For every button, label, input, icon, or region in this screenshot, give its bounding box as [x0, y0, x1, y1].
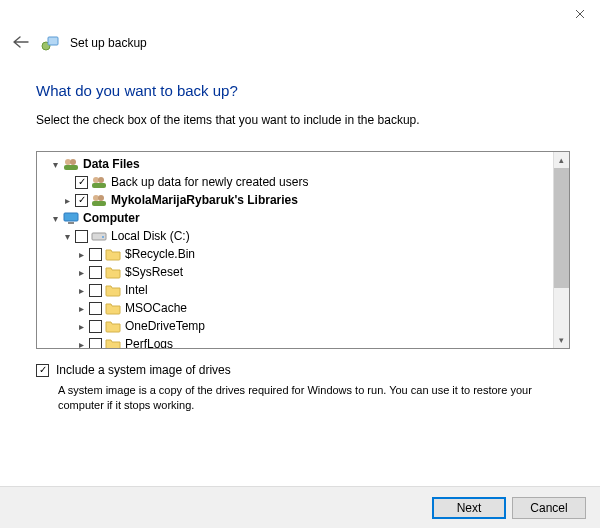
tree-scrollbar[interactable]: ▴ ▾ [553, 152, 569, 348]
computer-icon [63, 211, 79, 225]
checkbox-system-image[interactable] [36, 364, 49, 377]
scroll-thumb[interactable] [554, 168, 569, 288]
node-label: PerfLogs [123, 337, 173, 348]
node-label: MSOCache [123, 301, 187, 315]
checkbox-new-users[interactable] [75, 176, 88, 189]
node-label: MykolaMarijaRybaruk's Libraries [109, 193, 298, 207]
users-icon [91, 175, 107, 189]
node-label: Local Disk (C:) [109, 229, 190, 243]
users-icon [63, 157, 79, 171]
backup-tree: ▾ Data Files Back up data for newly crea… [36, 151, 570, 349]
tree-node-folder[interactable]: ▸Intel [39, 281, 551, 299]
tree-node-folder[interactable]: ▸$Recycle.Bin [39, 245, 551, 263]
node-label: Back up data for newly created users [109, 175, 308, 189]
checkbox-user-libraries[interactable] [75, 194, 88, 207]
tree-node-data-files[interactable]: ▾ Data Files [39, 155, 551, 173]
folder-icon [105, 301, 121, 315]
tree-node-folder[interactable]: ▸OneDriveTemp [39, 317, 551, 335]
folder-icon [105, 265, 121, 279]
cancel-button[interactable]: Cancel [512, 497, 586, 519]
checkbox-folder[interactable] [89, 338, 102, 349]
expand-toggle-icon[interactable]: ▸ [75, 267, 87, 278]
checkbox-folder[interactable] [89, 266, 102, 279]
backup-app-icon [40, 35, 60, 51]
node-label: Data Files [81, 157, 140, 171]
svg-point-3 [70, 159, 76, 165]
expand-toggle-icon[interactable]: ▾ [61, 231, 73, 242]
expand-toggle-icon[interactable]: ▸ [75, 339, 87, 349]
folder-icon [105, 283, 121, 297]
system-image-description: A system image is a copy of the drives r… [58, 383, 570, 413]
folder-icon [105, 319, 121, 333]
tree-node-folder[interactable]: ▸PerfLogs [39, 335, 551, 348]
folder-icon [105, 247, 121, 261]
page-heading: What do you want to back up? [36, 82, 570, 99]
svg-rect-13 [92, 233, 106, 240]
users-icon [91, 193, 107, 207]
folder-icon [105, 337, 121, 348]
system-image-label: Include a system image of drives [56, 363, 231, 377]
expand-toggle-icon[interactable]: ▸ [61, 195, 73, 206]
node-label: $Recycle.Bin [123, 247, 195, 261]
tree-node-folder[interactable]: ▸MSOCache [39, 299, 551, 317]
back-arrow-icon[interactable] [12, 34, 30, 52]
tree-node-new-users[interactable]: Back up data for newly created users [39, 173, 551, 191]
svg-point-14 [102, 236, 104, 238]
checkbox-folder[interactable] [89, 302, 102, 315]
svg-rect-11 [64, 213, 78, 221]
svg-rect-12 [68, 222, 74, 224]
tree-node-folder[interactable]: ▸$SysReset [39, 263, 551, 281]
expand-toggle-icon[interactable]: ▾ [49, 159, 61, 170]
window-title: Set up backup [70, 36, 147, 50]
scroll-up-icon[interactable]: ▴ [554, 152, 569, 168]
svg-rect-10 [92, 201, 106, 206]
node-label: OneDriveTemp [123, 319, 205, 333]
tree-node-computer[interactable]: ▾ Computer [39, 209, 551, 227]
expand-toggle-icon[interactable]: ▾ [49, 213, 61, 224]
drive-icon [91, 229, 107, 243]
svg-rect-7 [92, 183, 106, 188]
expand-toggle-icon[interactable]: ▸ [75, 285, 87, 296]
tree-node-user-libraries[interactable]: ▸ MykolaMarijaRybaruk's Libraries [39, 191, 551, 209]
window-close-button[interactable] [560, 0, 600, 28]
checkbox-folder[interactable] [89, 248, 102, 261]
node-label: $SysReset [123, 265, 183, 279]
svg-rect-1 [48, 37, 58, 45]
node-label: Computer [81, 211, 140, 225]
expand-toggle-icon[interactable]: ▸ [75, 249, 87, 260]
checkbox-local-disk[interactable] [75, 230, 88, 243]
expand-toggle-icon[interactable]: ▸ [75, 303, 87, 314]
node-label: Intel [123, 283, 148, 297]
checkbox-folder[interactable] [89, 320, 102, 333]
svg-point-6 [98, 177, 104, 183]
svg-rect-4 [64, 165, 78, 170]
scroll-down-icon[interactable]: ▾ [554, 332, 569, 348]
checkbox-folder[interactable] [89, 284, 102, 297]
next-button[interactable]: Next [432, 497, 506, 519]
tree-node-local-disk[interactable]: ▾ Local Disk (C:) [39, 227, 551, 245]
svg-point-9 [98, 195, 104, 201]
expand-toggle-icon[interactable]: ▸ [75, 321, 87, 332]
instruction-text: Select the check box of the items that y… [36, 113, 570, 127]
